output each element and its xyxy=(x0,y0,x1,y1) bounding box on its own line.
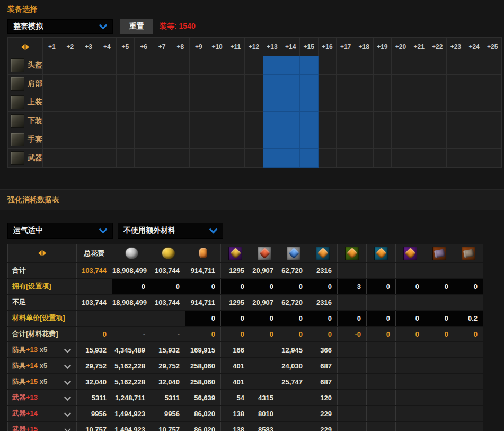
equip-cell[interactable] xyxy=(226,93,245,112)
equip-cell[interactable] xyxy=(392,130,410,149)
editable-value-cell[interactable]: 0 xyxy=(151,279,185,294)
equip-cell[interactable] xyxy=(171,130,190,149)
equip-cell[interactable] xyxy=(61,149,80,168)
equip-cell-selected[interactable] xyxy=(281,149,300,168)
equip-cell[interactable] xyxy=(319,56,337,75)
sort-icon[interactable] xyxy=(7,244,77,262)
equip-cell[interactable] xyxy=(190,93,208,112)
equip-cell[interactable] xyxy=(43,75,61,93)
equip-cell[interactable] xyxy=(355,75,374,93)
equip-cell[interactable] xyxy=(171,56,190,75)
equip-cell[interactable] xyxy=(447,149,465,168)
equip-cell[interactable] xyxy=(483,75,502,93)
equip-cell[interactable] xyxy=(117,149,135,168)
equip-cell[interactable] xyxy=(190,75,208,93)
equip-cell-selected[interactable] xyxy=(281,75,300,93)
chevron-down-icon[interactable] xyxy=(64,410,71,417)
equip-cell[interactable] xyxy=(374,56,392,75)
equip-cell[interactable] xyxy=(208,56,227,75)
equip-cell[interactable] xyxy=(43,93,61,112)
equip-cell[interactable] xyxy=(61,75,80,93)
equip-cell[interactable] xyxy=(117,75,135,93)
equip-cell[interactable] xyxy=(61,130,80,149)
equip-cell[interactable] xyxy=(483,56,502,75)
equip-cell[interactable] xyxy=(190,56,208,75)
equip-cell[interactable] xyxy=(245,75,263,93)
equip-cell[interactable] xyxy=(61,112,80,130)
equip-cell-selected[interactable] xyxy=(300,112,319,130)
equip-cell[interactable] xyxy=(355,56,374,75)
editable-value-cell[interactable]: 0 xyxy=(425,279,454,294)
equip-cell[interactable] xyxy=(428,93,447,112)
editable-value-cell[interactable]: 0.2 xyxy=(454,311,483,326)
equip-cell[interactable] xyxy=(428,149,447,168)
equip-cell[interactable] xyxy=(43,130,61,149)
editable-value-cell[interactable]: 3 xyxy=(338,279,367,294)
equip-cell[interactable] xyxy=(447,112,465,130)
editable-value-cell[interactable]: 0 xyxy=(112,279,151,294)
equip-cell[interactable] xyxy=(135,130,153,149)
editable-value-cell[interactable]: 0 xyxy=(308,279,338,294)
equip-cell[interactable] xyxy=(117,130,135,149)
equip-cell[interactable] xyxy=(171,112,190,130)
equip-cell[interactable] xyxy=(392,75,410,93)
equip-cell-selected[interactable] xyxy=(300,149,319,168)
equip-cell[interactable] xyxy=(226,56,245,75)
chevron-down-icon[interactable] xyxy=(64,378,71,385)
equip-cell[interactable] xyxy=(171,75,190,93)
equip-cell[interactable] xyxy=(337,130,355,149)
equip-cell[interactable] xyxy=(355,130,374,149)
equip-cell[interactable] xyxy=(245,112,263,130)
luck-dropdown[interactable]: 运气适中 xyxy=(7,223,113,239)
editable-value-cell[interactable]: 0 xyxy=(308,311,338,326)
equip-cell[interactable] xyxy=(319,130,337,149)
equip-cell[interactable] xyxy=(226,75,245,93)
equip-cell[interactable] xyxy=(153,149,172,168)
equip-cell[interactable] xyxy=(208,93,227,112)
equip-cell[interactable] xyxy=(117,56,135,75)
equip-cell[interactable] xyxy=(483,112,502,130)
equip-cell[interactable] xyxy=(153,130,172,149)
equip-cell[interactable] xyxy=(374,149,392,168)
editable-value-cell[interactable]: 0 xyxy=(338,311,367,326)
equip-cell[interactable] xyxy=(153,56,172,75)
equip-cell[interactable] xyxy=(61,93,80,112)
editable-value-cell[interactable]: 0 xyxy=(279,279,308,294)
equip-cell[interactable] xyxy=(135,149,153,168)
equip-cell[interactable] xyxy=(392,56,410,75)
equip-cell[interactable] xyxy=(135,112,153,130)
equip-cell[interactable] xyxy=(374,93,392,112)
equip-cell[interactable] xyxy=(153,112,172,130)
equip-cell[interactable] xyxy=(465,75,484,93)
editable-value-cell[interactable]: 0 xyxy=(367,279,396,294)
equip-cell[interactable] xyxy=(98,56,117,75)
equip-cell-selected[interactable] xyxy=(300,130,319,149)
equip-cell-selected[interactable] xyxy=(263,149,282,168)
equip-cell[interactable] xyxy=(43,56,61,75)
equip-cell[interactable] xyxy=(465,149,484,168)
equip-cell[interactable] xyxy=(226,130,245,149)
equip-cell[interactable] xyxy=(337,149,355,168)
equip-cell[interactable] xyxy=(98,130,117,149)
equip-cell-selected[interactable] xyxy=(281,93,300,112)
equip-cell[interactable] xyxy=(483,93,502,112)
equip-cell[interactable] xyxy=(337,75,355,93)
editable-value-cell[interactable]: 0 xyxy=(221,279,250,294)
equip-cell[interactable] xyxy=(465,130,484,149)
editable-value-cell[interactable]: 0 xyxy=(396,311,425,326)
equip-cell[interactable] xyxy=(319,93,337,112)
equip-cell[interactable] xyxy=(98,149,117,168)
equip-cell[interactable] xyxy=(43,112,61,130)
equip-cell[interactable] xyxy=(208,75,227,93)
equip-cell-selected[interactable] xyxy=(300,93,319,112)
equip-cell[interactable] xyxy=(245,56,263,75)
equip-cell[interactable] xyxy=(61,56,80,75)
equip-cell-selected[interactable] xyxy=(263,75,282,93)
equip-cell[interactable] xyxy=(428,112,447,130)
equip-cell-selected[interactable] xyxy=(263,93,282,112)
equip-cell[interactable] xyxy=(355,112,374,130)
equip-cell[interactable] xyxy=(43,149,61,168)
editable-value-cell[interactable]: 0 xyxy=(279,311,308,326)
equip-cell[interactable] xyxy=(447,93,465,112)
chevron-down-icon[interactable] xyxy=(64,346,71,353)
